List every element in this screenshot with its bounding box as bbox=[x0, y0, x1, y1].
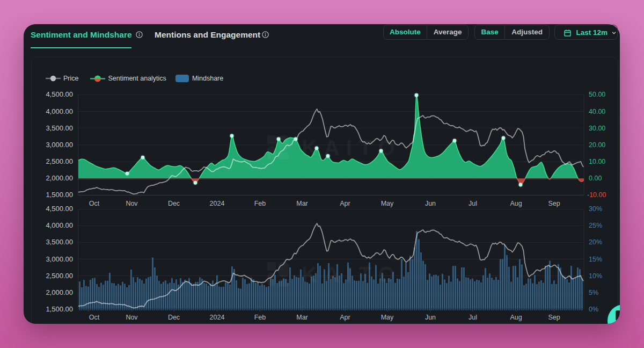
svg-text:Jun: Jun bbox=[425, 314, 436, 321]
svg-text:-10.00: -10.00 bbox=[587, 191, 606, 199]
svg-text:1,500.00: 1,500.00 bbox=[46, 305, 73, 313]
svg-text:May: May bbox=[381, 200, 394, 207]
svg-text:4,500.00: 4,500.00 bbox=[46, 90, 73, 98]
svg-text:Feb: Feb bbox=[254, 200, 266, 207]
svg-text:3,500.00: 3,500.00 bbox=[46, 238, 73, 246]
svg-text:5%: 5% bbox=[589, 289, 598, 296]
svg-text:40.00: 40.00 bbox=[589, 108, 605, 115]
svg-text:Apr: Apr bbox=[340, 200, 350, 207]
svg-text:3,000.00: 3,000.00 bbox=[46, 141, 73, 149]
svg-text:Mar: Mar bbox=[296, 200, 308, 207]
svg-text:KAITO: KAITO bbox=[302, 263, 401, 286]
svg-text:4,000.00: 4,000.00 bbox=[46, 221, 73, 229]
svg-text:Jun: Jun bbox=[425, 200, 436, 207]
svg-text:Apr: Apr bbox=[340, 314, 350, 321]
svg-text:Jul: Jul bbox=[469, 314, 477, 321]
svg-text:2,500.00: 2,500.00 bbox=[46, 272, 73, 280]
svg-text:2,000.00: 2,000.00 bbox=[46, 288, 73, 296]
svg-text:20.00: 20.00 bbox=[589, 141, 605, 149]
svg-text:Aug: Aug bbox=[510, 314, 522, 321]
svg-text:0%: 0% bbox=[589, 306, 598, 313]
svg-text:2024: 2024 bbox=[210, 314, 225, 321]
svg-text:May: May bbox=[381, 314, 394, 321]
svg-text:10%: 10% bbox=[589, 272, 602, 280]
svg-text:50.00: 50.00 bbox=[589, 91, 605, 98]
svg-text:Oct: Oct bbox=[89, 200, 100, 207]
svg-text:30%: 30% bbox=[589, 205, 602, 213]
svg-text:4,000.00: 4,000.00 bbox=[46, 107, 73, 115]
svg-text:Sep: Sep bbox=[548, 200, 560, 207]
svg-text:20%: 20% bbox=[589, 238, 602, 246]
svg-text:Dec: Dec bbox=[168, 200, 180, 207]
svg-text:Nov: Nov bbox=[126, 200, 138, 207]
svg-text:4,500.00: 4,500.00 bbox=[46, 205, 73, 213]
svg-text:15%: 15% bbox=[589, 256, 602, 263]
svg-text:Mar: Mar bbox=[296, 314, 308, 321]
svg-text:3,500.00: 3,500.00 bbox=[46, 124, 73, 132]
svg-text:Sep: Sep bbox=[548, 314, 560, 321]
svg-text:3,000.00: 3,000.00 bbox=[46, 255, 73, 263]
svg-text:10.00: 10.00 bbox=[589, 158, 605, 165]
svg-text:Nov: Nov bbox=[126, 314, 138, 321]
svg-text:2024: 2024 bbox=[210, 200, 225, 207]
svg-text:30.00: 30.00 bbox=[589, 125, 605, 132]
svg-text:2,500.00: 2,500.00 bbox=[46, 157, 73, 165]
svg-text:Oct: Oct bbox=[89, 314, 100, 321]
svg-text:2,000.00: 2,000.00 bbox=[46, 174, 73, 182]
svg-text:25%: 25% bbox=[589, 222, 602, 229]
svg-text:Dec: Dec bbox=[168, 314, 180, 321]
svg-text:Aug: Aug bbox=[510, 200, 522, 207]
svg-text:0.00: 0.00 bbox=[589, 175, 602, 182]
svg-text:Feb: Feb bbox=[254, 314, 266, 321]
svg-text:1,500.00: 1,500.00 bbox=[46, 191, 73, 199]
svg-text:Jul: Jul bbox=[469, 200, 477, 207]
